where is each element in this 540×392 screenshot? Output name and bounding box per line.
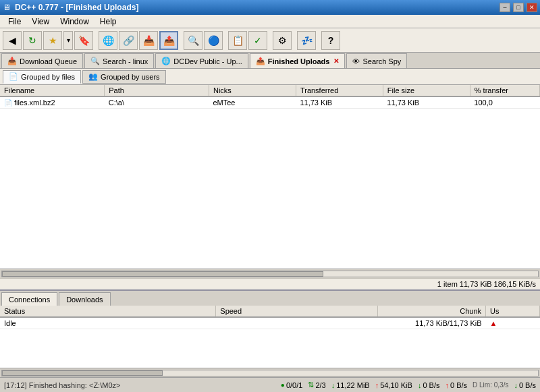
conn-col-user[interactable]: Us: [486, 306, 540, 317]
bottom-panel: Connections Downloads Status Speed Chunk…: [0, 289, 540, 377]
col-filename[interactable]: Filename: [0, 85, 105, 96]
transfer-count: 2/3: [315, 381, 325, 389]
status-slots: ● 0/0/1: [281, 381, 303, 389]
search-button[interactable]: 🔍: [184, 31, 202, 50]
cell-transferred: 11,73 KiB: [296, 96, 383, 109]
conn-scrollbar-h[interactable]: [0, 368, 540, 377]
sub-tab-grouped-files[interactable]: 📄 Grouped by files: [3, 70, 81, 84]
conn-speed: [216, 317, 378, 329]
upload-button[interactable]: 📤: [159, 31, 178, 50]
close-button[interactable]: ✕: [526, 3, 537, 12]
status-ul-speed2: ↑ 0 B/s: [445, 381, 467, 389]
cell-path: C:\a\: [105, 96, 209, 109]
hash-button[interactable]: ✓: [248, 31, 267, 50]
grouped-users-label: Grouped by users: [101, 73, 159, 81]
download-button[interactable]: 📥: [139, 31, 158, 50]
final-icon: ↓: [514, 381, 518, 389]
tabs-row: 📥 Download Queue 🔍 Search - linux 🌐 DCDe…: [0, 53, 540, 69]
tab-close-button[interactable]: ✕: [333, 57, 339, 65]
finished-uploads-icon: 📤: [256, 57, 265, 65]
upload-arrow-icon: ↑: [375, 381, 379, 389]
size-value: 11,22 MiB: [336, 381, 370, 389]
status-final: ↓ 0 B/s: [514, 381, 536, 389]
col-filesize[interactable]: File size: [383, 85, 470, 96]
slot-icon-green: ●: [281, 381, 285, 389]
download-arrow-icon: ↓: [331, 381, 335, 389]
grouped-files-icon: 📄: [9, 72, 18, 81]
col-percent[interactable]: % transfer: [470, 85, 539, 96]
spy-button[interactable]: 🔵: [204, 31, 223, 50]
tab-download-queue-label: Download Queue: [20, 57, 77, 65]
downloads-tab-label: Downloads: [66, 296, 103, 304]
conn-col-speed[interactable]: Speed: [216, 306, 378, 317]
cell-percent: 100,0: [470, 96, 539, 109]
cell-nicks: eMTee: [209, 96, 296, 109]
status-dl-speed: ↓ 0 B/s: [418, 381, 440, 389]
col-path[interactable]: Path: [105, 85, 209, 96]
col-nicks[interactable]: Nicks: [209, 85, 296, 96]
toolbar: ◀ ↻ ★ ▾ 🔖 🌐 🔗 📥 📤 🔍 🔵 📋 ✓ ⚙ 💤 ?: [0, 28, 540, 53]
search-linux-icon: 🔍: [90, 57, 100, 65]
public-hubs-button[interactable]: 🌐: [99, 31, 117, 50]
bottom-tab-connections[interactable]: Connections: [1, 292, 57, 306]
connections-tab-label: Connections: [9, 296, 50, 304]
dl-speed-value: 0 B/s: [423, 381, 439, 389]
maximize-button[interactable]: □: [513, 3, 524, 12]
menu-file[interactable]: File: [3, 16, 26, 27]
help-button[interactable]: ?: [321, 31, 340, 50]
conn-table-row[interactable]: Idle 11,73 KiB/11,73 KiB ▲: [0, 317, 540, 329]
settings-button[interactable]: ⚙: [273, 31, 292, 50]
final-value: 0 B/s: [519, 381, 536, 389]
connect-button[interactable]: 🔗: [119, 31, 138, 50]
dcdev-icon: 🌐: [161, 57, 171, 65]
sub-tab-grouped-users[interactable]: 👥 Grouped by users: [82, 70, 165, 84]
favorites-button[interactable]: ★: [43, 31, 62, 50]
status-size: ↓ 11,22 MiB: [331, 381, 370, 389]
col-transferred[interactable]: Transferred: [296, 85, 383, 96]
refresh-button[interactable]: ↻: [23, 31, 42, 50]
favorites-dropdown[interactable]: ▾: [63, 31, 73, 50]
table-status: 1 item 11,73 KiB 186,15 KiB/s: [0, 278, 540, 289]
upload-speed-value: 54,10 KiB: [380, 381, 412, 389]
file-table: Filename Path Nicks Transferred File siz…: [0, 85, 540, 109]
away-button[interactable]: 💤: [297, 31, 316, 50]
cell-filesize: 11,73 KiB: [383, 96, 470, 109]
ul-speed-value2: 0 B/s: [450, 381, 467, 389]
back-button[interactable]: ◀: [3, 31, 22, 50]
menu-view[interactable]: View: [26, 16, 55, 27]
tab-search-linux[interactable]: 🔍 Search - linux: [84, 53, 154, 68]
grouped-files-label: Grouped by files: [21, 73, 75, 81]
tab-finished-uploads[interactable]: 📤 Finished Uploads ✕: [250, 53, 346, 68]
sub-tabs: 📄 Grouped by files 👥 Grouped by users: [0, 69, 540, 85]
bottom-tab-downloads[interactable]: Downloads: [59, 292, 110, 306]
table-row[interactable]: 📄files.xml.bz2 C:\a\ eMTee 11,73 KiB 11,…: [0, 96, 540, 109]
status-transfers: ⇅ 2/3: [308, 381, 325, 389]
status-upload-speed: ↑ 54,10 KiB: [375, 381, 412, 389]
minimize-button[interactable]: –: [500, 3, 510, 12]
tab-search-spy[interactable]: 👁 Search Spy: [346, 53, 407, 68]
conn-chunk: 11,73 KiB/11,73 KiB: [378, 317, 486, 329]
tab-search-linux-label: Search - linux: [103, 57, 148, 65]
status-message: [17:12] Finished hashing: <Z:\M0z>: [4, 381, 275, 389]
bottom-tabs: Connections Downloads: [0, 291, 540, 306]
bookmark-button[interactable]: 🔖: [74, 31, 93, 50]
limit-text: D Lim: 0,3/s: [473, 381, 508, 389]
tab-download-queue[interactable]: 📥 Download Queue: [1, 53, 83, 68]
dl-speed-icon: ↓: [418, 381, 422, 389]
conn-col-chunk[interactable]: Chunk: [378, 306, 486, 317]
tab-dcdev-public[interactable]: 🌐 DCDev Public - Up...: [155, 53, 248, 68]
table-scrollbar-h[interactable]: [0, 269, 540, 278]
title-text: DC++ 0.777 - [Finished Uploads]: [11, 3, 498, 12]
conn-status: Idle: [0, 317, 216, 329]
tab-search-spy-label: Search Spy: [362, 57, 401, 65]
menu-help[interactable]: Help: [94, 16, 122, 27]
conn-user: ▲: [486, 317, 540, 329]
conn-table: Status Speed Chunk Us Idle 11,73 KiB/11,…: [0, 306, 540, 329]
status-bar: [17:12] Finished hashing: <Z:\M0z> ● 0/0…: [0, 377, 540, 392]
title-bar: 🖥 DC++ 0.777 - [Finished Uploads] – □ ✕: [0, 0, 540, 15]
cell-filename: 📄files.xml.bz2: [0, 96, 105, 109]
tab-finished-uploads-label: Finished Uploads: [268, 57, 330, 65]
adl-button[interactable]: 📋: [228, 31, 247, 50]
menu-window[interactable]: Window: [55, 16, 94, 27]
conn-col-status[interactable]: Status: [0, 306, 216, 317]
